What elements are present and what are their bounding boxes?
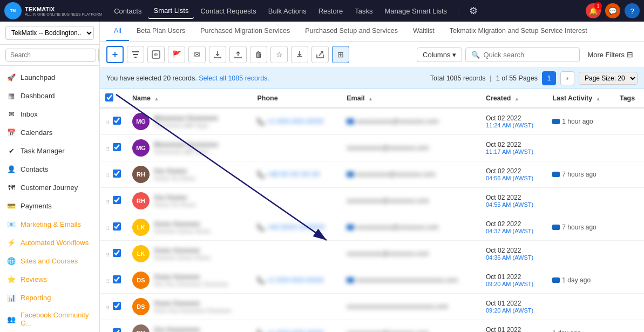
export-button[interactable]: [209, 46, 226, 63]
download-button[interactable]: [291, 46, 308, 63]
contact-name[interactable]: Xxxxx Xxxxxxxx: [154, 300, 231, 307]
tab-tekmatix-migration[interactable]: Tekmatix Migration and Setup Service Int…: [442, 22, 595, 41]
row-checkbox[interactable]: [113, 328, 121, 332]
tab-purchased-migration[interactable]: Purchased Migration Services: [193, 22, 297, 41]
sidebar-search-bar: ctrl K +: [0, 45, 99, 66]
star-button[interactable]: ☆: [270, 46, 288, 63]
drag-handle: ⠿: [106, 226, 110, 232]
row-tags-cell: [614, 108, 644, 135]
email-button[interactable]: ✉: [188, 46, 206, 63]
row-checkbox[interactable]: [113, 170, 121, 178]
share-button[interactable]: [311, 46, 329, 63]
contact-name[interactable]: Xxxxx Xxxxxxxx: [154, 273, 228, 281]
row-created-cell: Oct 02 2022 04:37 AM (AWST): [480, 214, 547, 241]
row-checkbox-cell: ⠿: [100, 161, 127, 188]
sidebar-item-customer-journey[interactable]: 🗺 Customer Journey: [0, 178, 99, 197]
tab-waitlist[interactable]: Waitlist: [405, 22, 442, 41]
app-logo: TM TEKMATIX ALL IN ONE ONLINE BUSINESS P…: [4, 2, 102, 19]
row-checkbox[interactable]: [113, 249, 121, 257]
row-activity-cell: 1 day ago: [547, 320, 614, 333]
row-checkbox[interactable]: [113, 143, 121, 151]
sidebar-search-input[interactable]: [5, 49, 96, 62]
contact-sub: Xxxxx Xx Xxxxx: [154, 175, 196, 181]
row-phone-cell: [252, 241, 341, 267]
more-filters-button[interactable]: More Filters ⊟: [583, 48, 638, 62]
delete-button[interactable]: 🗑: [250, 46, 267, 63]
nav-manage-smart-lists[interactable]: Manage Smart Lists: [379, 4, 452, 18]
row-email-cell: xxxxxxxxxxxxxxxxxxxxxxxxxxx.com: [341, 267, 480, 294]
created-time: 09:20 AM (AWST): [486, 307, 541, 314]
sidebar-item-marketing[interactable]: 📧 Marketing & Emails: [0, 215, 99, 233]
sidebar-item-inbox[interactable]: ✉ Inbox: [0, 105, 99, 123]
row-activity-cell: 1 day ago: [547, 267, 614, 294]
nav-smart-lists[interactable]: Smart Lists: [148, 3, 194, 19]
contacts-table-wrapper: Name ▲ Phone Email ▲ Created: [100, 89, 644, 332]
page-size-select[interactable]: Page Size: 20: [579, 72, 638, 85]
contact-name[interactable]: Mxxxxxxxx Gxxxxxxxx: [154, 141, 218, 148]
contact-email: xxxxxxxxxxx@xxxxxxxx.com: [347, 197, 475, 205]
row-checkbox[interactable]: [113, 117, 121, 125]
sidebar-item-calendars[interactable]: 📅 Calendars: [0, 123, 99, 141]
contact-name[interactable]: Mxxxxxxxx Gxxxxxxxx: [154, 114, 218, 122]
sidebar-item-task-manager[interactable]: ✔ Task Manager: [0, 141, 99, 160]
quick-search-input[interactable]: [483, 51, 574, 59]
nav-tasks[interactable]: Tasks: [349, 4, 378, 18]
next-page-button[interactable]: ›: [560, 71, 574, 85]
workflows-icon: ⚡: [6, 238, 16, 247]
contact-avatar: LK: [132, 219, 150, 236]
columns-button[interactable]: Columns ▾: [417, 48, 462, 62]
row-checkbox[interactable]: [113, 302, 121, 310]
row-phone-cell: 📞 +44 XXXX XXXXXX: [252, 214, 341, 241]
row-name-cell: RH Xxx Xxxxxx Xxxxx Xx Xxxxx: [127, 188, 252, 214]
sidebar-item-launchpad[interactable]: 🚀 Launchpad: [0, 68, 99, 86]
nav-contact-requests[interactable]: Contact Requests: [195, 4, 261, 18]
row-checkbox[interactable]: [113, 222, 121, 231]
sidebar-item-reporting[interactable]: 📊 Reporting: [0, 288, 99, 307]
nav-bulk-actions[interactable]: Bulk Actions: [263, 4, 312, 18]
tab-beta-plan[interactable]: Beta Plan Users: [129, 22, 193, 41]
last-activity: 1 day ago: [552, 276, 609, 284]
chat-icon-btn[interactable]: 💬: [605, 3, 620, 18]
sidebar-item-payments[interactable]: 💳 Payments: [0, 197, 99, 215]
company-dropdown[interactable]: TekMatix -- Boddington....: [5, 26, 94, 40]
select-all-link[interactable]: Select all 1085 records.: [199, 74, 269, 82]
sidebar-item-sites[interactable]: 🌐 Sites and Courses: [0, 252, 99, 270]
sidebar-item-contacts[interactable]: 👤 Contacts: [0, 160, 99, 178]
contact-name[interactable]: Xxxxx Xxxxxxxx: [154, 247, 211, 254]
contact-name[interactable]: Xxxxx Xxxxxxxx: [154, 220, 211, 228]
row-checkbox[interactable]: [113, 196, 121, 204]
row-checkbox-cell: ⠿: [100, 135, 127, 161]
sidebar-item-dashboard[interactable]: ▦ Dashboard: [0, 86, 99, 105]
pagination-info: Total 1085 records | 1 of 55 Pages 1 › P…: [430, 71, 638, 85]
row-checkbox[interactable]: [113, 275, 121, 283]
tab-purchased-setup[interactable]: Purchased Setup and Services: [297, 22, 405, 41]
contact-name[interactable]: Xxx Xxxxxx: [154, 167, 196, 175]
contact-avatar: EM: [132, 324, 150, 332]
upload-button[interactable]: [229, 46, 247, 63]
row-tags-cell: [614, 188, 644, 214]
contact-name[interactable]: Xxx Xxxxxx: [154, 194, 196, 201]
reporting-icon: 📊: [6, 293, 16, 302]
import-contacts-button[interactable]: ⊕: [147, 46, 165, 63]
page-1-button[interactable]: 1: [542, 71, 556, 85]
sidebar-item-facebook[interactable]: 👥 Facebook Community G...: [0, 307, 99, 331]
table-row: ⠿ LK Xxxxx Xxxxxxxx Xxxxxxx Xxxxx Xxxxx …: [100, 214, 644, 241]
contact-name[interactable]: Xxx Xxxxxxxxxx: [154, 326, 200, 332]
nav-restore[interactable]: Restore: [313, 4, 349, 18]
sidebar-item-workflows[interactable]: ⚡ Automated Workflows: [0, 233, 99, 252]
row-created-cell: Oct 01 2022 12:14 AM (AWST): [480, 320, 547, 333]
select-all-checkbox[interactable]: [105, 93, 113, 101]
contact-sub: Xxxxx Xx Xxxxx: [154, 201, 196, 208]
filter-button[interactable]: [127, 46, 144, 63]
row-name-cell: LK Xxxxx Xxxxxxxx Xxxxxxx Xxxxx Xxxxx: [127, 241, 252, 267]
flag-button[interactable]: 🚩: [168, 46, 185, 63]
nav-contacts[interactable]: Contacts: [109, 4, 147, 18]
help-icon-btn[interactable]: ?: [625, 3, 640, 18]
settings-icon[interactable]: ⚙: [464, 2, 483, 20]
email-indicator: [347, 172, 354, 177]
tab-all[interactable]: All: [106, 22, 129, 41]
sidebar-item-reviews[interactable]: ⭐ Reviews: [0, 270, 99, 288]
add-contact-button[interactable]: +: [106, 46, 124, 63]
grid-view-button[interactable]: ⊞: [332, 46, 349, 63]
notifications-icon-btn[interactable]: 🔔 1: [586, 3, 601, 18]
